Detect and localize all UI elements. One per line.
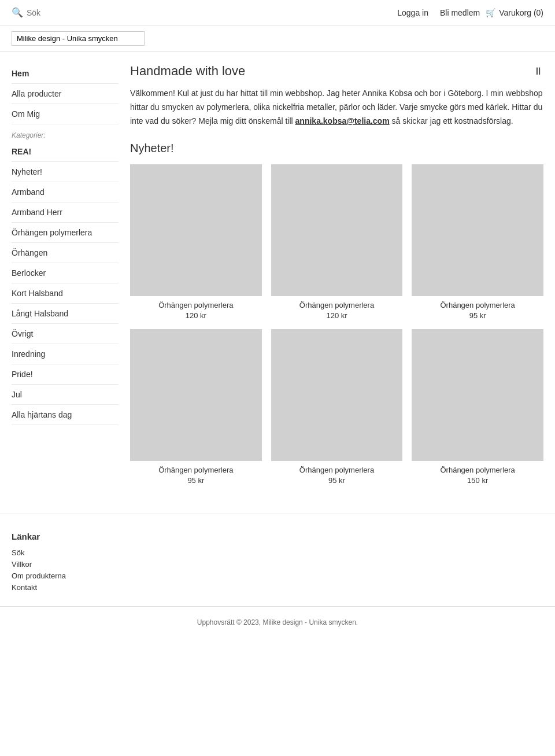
product-name: Örhängen polymerlera <box>130 301 262 309</box>
sidebar-item-jul[interactable]: Jul <box>12 385 119 405</box>
product-card[interactable]: Örhängen polymerlera 120 kr <box>271 164 403 320</box>
product-image <box>271 164 403 296</box>
login-link[interactable]: Logga in <box>397 8 428 17</box>
product-card[interactable]: Örhängen polymerlera 95 kr <box>130 329 262 485</box>
sidebar-categories-nav: REA! Nyheter! Armband Armband Herr Örhän… <box>12 142 119 425</box>
sidebar-item-armband[interactable]: Armband <box>12 182 119 202</box>
footer-links: Länkar Sök Villkor Om produkterna Kontak… <box>0 514 555 606</box>
search-area: 🔍 <box>12 7 357 18</box>
main-layout: Hem Alla producter Om Mig Kategorier: RE… <box>0 52 555 514</box>
categories-label: Kategorier: <box>12 124 119 142</box>
product-image <box>412 164 543 296</box>
footer-links-title: Länkar <box>12 532 543 541</box>
email-link[interactable]: annika.kobsa@telia.com <box>295 116 390 126</box>
sidebar: Hem Alla producter Om Mig Kategorier: RE… <box>12 64 119 502</box>
store-title-input[interactable] <box>12 31 145 46</box>
sidebar-item-berlocker[interactable]: Berlocker <box>12 263 119 283</box>
footer-link-kontakt[interactable]: Kontakt <box>12 583 543 592</box>
store-title-bar <box>0 25 555 52</box>
product-card[interactable]: Örhängen polymerlera 150 kr <box>412 329 543 485</box>
sidebar-item-rea[interactable]: REA! <box>12 142 119 162</box>
sidebar-item-armband-herr[interactable]: Armband Herr <box>12 202 119 223</box>
product-image <box>271 329 403 461</box>
sidebar-item-alla-producter[interactable]: Alla producter <box>12 84 119 104</box>
sidebar-item-alla-hjartans-dag[interactable]: Alla hjärtans dag <box>12 405 119 425</box>
product-name: Örhängen polymerlera <box>130 466 262 474</box>
product-image <box>412 329 543 461</box>
product-image <box>130 164 262 296</box>
content-description: Välkommen! Kul at just du har hittat til… <box>130 87 543 128</box>
content-header: Handmade with love ⏸ <box>130 64 543 79</box>
sidebar-item-inredning[interactable]: Inredning <box>12 344 119 364</box>
sidebar-item-langt-halsband[interactable]: Långt Halsband <box>12 304 119 324</box>
pause-icon[interactable]: ⏸ <box>533 65 543 78</box>
product-name: Örhängen polymerlera <box>271 301 403 309</box>
description-end: så skickar jag ett kostnadsförslag. <box>390 116 513 126</box>
sidebar-item-orhangen[interactable]: Örhängen <box>12 243 119 263</box>
sidebar-item-hem[interactable]: Hem <box>12 64 119 84</box>
sidebar-item-ovrigt[interactable]: Övrigt <box>12 324 119 344</box>
product-price: 95 kr <box>130 476 262 485</box>
header: 🔍 Logga in Bli medlem 🛒 Varukorg (0) <box>0 0 555 25</box>
product-name: Örhängen polymerlera <box>271 466 403 474</box>
product-price: 120 kr <box>271 311 403 320</box>
hero-title: Handmade with love <box>130 64 245 79</box>
footer-copyright: Upphovsrätt © 2023, Milike design - Unik… <box>0 606 555 638</box>
news-title: Nyheter! <box>130 142 543 155</box>
product-name: Örhängen polymerlera <box>412 466 543 474</box>
product-price: 150 kr <box>412 476 543 485</box>
product-grid: Örhängen polymerlera 120 kr Örhängen pol… <box>130 164 543 484</box>
footer-link-villkor[interactable]: Villkor <box>12 560 543 569</box>
main-content: Handmade with love ⏸ Välkommen! Kul at j… <box>130 64 543 502</box>
product-image <box>130 329 262 461</box>
cart-label: Varukorg (0) <box>499 8 543 17</box>
member-link[interactable]: Bli medlem <box>440 8 480 17</box>
sidebar-item-pride[interactable]: Pride! <box>12 364 119 385</box>
search-icon: 🔍 <box>12 7 23 18</box>
product-card[interactable]: Örhängen polymerlera 95 kr <box>271 329 403 485</box>
product-price: 120 kr <box>130 311 262 320</box>
sidebar-nav: Hem Alla producter Om Mig <box>12 64 119 124</box>
cart-icon: 🛒 <box>486 8 495 17</box>
sidebar-item-orhangen-polymerlera[interactable]: Örhängen polymerlera <box>12 223 119 243</box>
product-price: 95 kr <box>271 476 403 485</box>
sidebar-item-kort-halsband[interactable]: Kort Halsband <box>12 283 119 304</box>
footer-link-sok[interactable]: Sök <box>12 548 543 557</box>
product-card[interactable]: Örhängen polymerlera 120 kr <box>130 164 262 320</box>
sidebar-item-om-mig[interactable]: Om Mig <box>12 104 119 124</box>
product-name: Örhängen polymerlera <box>412 301 543 309</box>
cart-area[interactable]: 🛒 Varukorg (0) <box>486 8 543 17</box>
footer: Länkar Sök Villkor Om produkterna Kontak… <box>0 514 555 638</box>
product-card[interactable]: Örhängen polymerlera 95 kr <box>412 164 543 320</box>
search-input[interactable] <box>27 8 84 17</box>
header-nav: Logga in Bli medlem <box>397 8 480 17</box>
sidebar-item-nyheter[interactable]: Nyheter! <box>12 162 119 182</box>
footer-link-om-produkterna[interactable]: Om produkterna <box>12 571 543 580</box>
product-price: 95 kr <box>412 311 543 320</box>
